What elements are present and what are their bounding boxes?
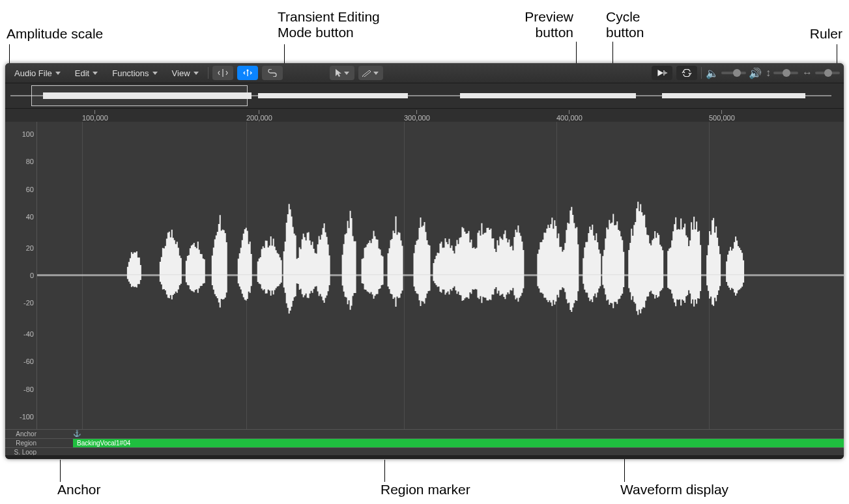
region-marker[interactable]: BackingVocal1#04 (73, 439, 844, 447)
region-lane-label: Region (5, 440, 39, 447)
overview-strip[interactable] (5, 83, 844, 109)
amp-tick: 100 (22, 130, 34, 138)
ruler-tick: 500,000 (709, 114, 735, 122)
vertical-zoom-slider[interactable]: ↕ (766, 67, 798, 79)
menu-audio-file[interactable]: Audio File (9, 66, 66, 80)
arrows-vertical-icon: ↕ (766, 67, 771, 79)
amp-tick: 80 (26, 158, 34, 165)
callout-waveform-display: Waveform display (620, 482, 728, 497)
link-button[interactable] (262, 66, 283, 80)
region-lane: Region BackingVocal1#04 (5, 438, 844, 447)
speaker-low-icon: 🔈 (706, 67, 719, 79)
menu-label: View (172, 68, 190, 78)
flex-button[interactable] (237, 66, 258, 80)
volume-slider[interactable]: 🔈 🔊 (706, 67, 762, 79)
horizontal-zoom-slider[interactable]: ↔ (802, 67, 840, 79)
callout-amplitude: Amplitude scale (7, 26, 103, 42)
amp-tick: 20 (26, 244, 34, 252)
menu-view[interactable]: View (167, 66, 204, 80)
amp-tick: -20 (23, 299, 34, 307)
callout-cycle: Cycle button (606, 9, 644, 40)
arrows-horizontal-icon: ↔ (802, 67, 813, 79)
amplitude-scale: 100 80 60 40 20 0 -20 -40 -60 -80 -100 (5, 122, 37, 429)
anchor-lane: Anchor ⚓ (5, 429, 844, 438)
bottom-track-lanes: Anchor ⚓ Region BackingVocal1#04 S. Loop (5, 429, 844, 455)
anchor-lane-label: Anchor (5, 430, 39, 438)
cycle-button[interactable] (676, 66, 697, 80)
ruler-tick: 400,000 (556, 114, 583, 122)
ruler-tick: 100,000 (82, 114, 108, 122)
chevron-down-icon (194, 72, 199, 75)
callout-ruler: Ruler (810, 26, 842, 42)
horizontal-scrollbar[interactable] (5, 455, 844, 459)
amp-tick: 40 (26, 213, 34, 221)
waveform-display[interactable]: 100 80 60 40 20 0 -20 -40 -60 -80 -100 (5, 122, 844, 429)
transient-editing-button[interactable] (212, 66, 233, 80)
callout-region-marker: Region marker (381, 482, 470, 497)
ruler-tick: 200,000 (246, 114, 272, 122)
amp-tick: 0 (30, 272, 34, 279)
callout-anchor: Anchor (57, 482, 101, 497)
audio-file-editor: Audio File Edit Functions View 🔈 🔊 ↕ ↔ (5, 63, 844, 459)
chevron-down-icon (152, 72, 158, 75)
ruler-tick: 300,000 (404, 114, 430, 122)
menu-label: Audio File (14, 68, 52, 78)
overview-waveform (10, 87, 831, 104)
pointer-tool[interactable] (330, 66, 354, 80)
amp-tick: -80 (23, 385, 34, 393)
menu-functions[interactable]: Functions (107, 66, 162, 80)
preview-button[interactable] (652, 66, 672, 80)
separator (208, 67, 209, 79)
pencil-tool[interactable] (358, 66, 383, 80)
amp-tick: -100 (20, 413, 34, 421)
amp-tick: -60 (23, 357, 34, 365)
speaker-high-icon: 🔊 (749, 67, 762, 79)
main-waveform (36, 122, 844, 428)
callout-transient: Transient Editing Mode button (278, 9, 380, 40)
callout-preview: Preview button (521, 9, 573, 40)
chevron-down-icon (373, 72, 379, 75)
editor-toolbar: Audio File Edit Functions View 🔈 🔊 ↕ ↔ (5, 63, 844, 83)
menu-edit[interactable]: Edit (70, 66, 103, 80)
chevron-down-icon (93, 72, 98, 75)
chevron-down-icon (55, 72, 61, 75)
chevron-down-icon (344, 72, 349, 75)
region-name: BackingVocal1#04 (77, 440, 130, 447)
amp-tick: -40 (23, 330, 34, 338)
separator (701, 67, 702, 79)
amp-tick: 60 (26, 186, 34, 193)
svg-point-0 (246, 70, 248, 72)
menu-label: Edit (75, 68, 89, 78)
anchor-marker[interactable]: ⚓ (73, 430, 81, 437)
menu-label: Functions (112, 68, 149, 78)
